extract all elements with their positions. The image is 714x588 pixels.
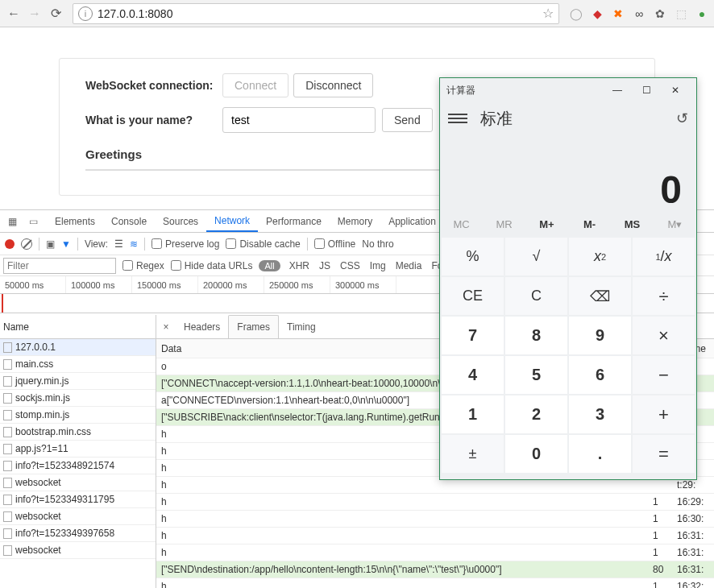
request-row[interactable]: app.js?1=11	[0, 441, 156, 458]
detail-tab-frames[interactable]: Frames	[228, 315, 279, 338]
calc-key-÷[interactable]: ÷	[633, 277, 695, 315]
name-column-header[interactable]: Name	[0, 315, 156, 339]
back-button[interactable]: ←	[5, 5, 23, 23]
calc-key-5[interactable]: 5	[505, 356, 567, 394]
detail-tab-timing[interactable]: Timing	[279, 315, 324, 338]
request-row[interactable]: websocket	[0, 474, 156, 491]
ext-icon-4[interactable]: ∞	[632, 6, 646, 21]
filter-type-css[interactable]: CSS	[338, 260, 363, 271]
history-icon[interactable]: ↺	[676, 110, 688, 127]
preserve-log-checkbox[interactable]: Preserve log	[152, 238, 219, 250]
filter-type-media[interactable]: Media	[393, 260, 425, 271]
minimize-button[interactable]: —	[603, 78, 632, 102]
request-row[interactable]: bootstrap.min.css	[0, 424, 156, 441]
address-bar[interactable]: i 127.0.0.1:8080 ☆	[73, 3, 559, 24]
calc-key-+[interactable]: +	[633, 395, 695, 433]
ext-icon-1[interactable]: ◯	[569, 6, 583, 21]
disable-cache-checkbox[interactable]: Disable cache	[226, 238, 300, 250]
ext-icon-7[interactable]: ●	[695, 6, 709, 21]
devtools-tab-application[interactable]: Application	[380, 210, 444, 232]
calc-key-6[interactable]: 6	[569, 356, 631, 394]
request-row[interactable]: websocket	[0, 542, 156, 559]
menu-icon[interactable]	[448, 114, 467, 123]
close-detail-icon[interactable]: ×	[156, 321, 176, 333]
frame-row[interactable]: h116:31:	[156, 528, 714, 545]
calc-key-=[interactable]: =	[633, 435, 695, 473]
calc-key-x²[interactable]: x2	[569, 238, 631, 275]
request-row[interactable]: info?t=1523349311795	[0, 491, 156, 508]
calc-key-×[interactable]: ×	[633, 317, 695, 354]
devtools-tab-memory[interactable]: Memory	[330, 210, 380, 232]
calc-key-C[interactable]: C	[505, 277, 567, 315]
filter-type-xhr[interactable]: XHR	[287, 260, 312, 271]
request-row[interactable]: info?t=1523349397658	[0, 525, 156, 542]
calc-key-7[interactable]: 7	[442, 317, 504, 354]
calc-key-.[interactable]: .	[569, 435, 631, 473]
name-input[interactable]	[222, 107, 376, 133]
devtools-tab-elements[interactable]: Elements	[47, 210, 103, 232]
frame-row[interactable]: h116:32:	[156, 578, 714, 588]
calc-key-4[interactable]: 4	[442, 356, 504, 394]
calc-key-9[interactable]: 9	[569, 317, 631, 354]
frame-row[interactable]: h116:30:	[156, 511, 714, 528]
calc-key-3[interactable]: 3	[569, 395, 631, 433]
calc-key-±[interactable]: ±	[442, 435, 504, 473]
clear-button[interactable]	[21, 238, 32, 250]
site-info-icon[interactable]: i	[78, 6, 93, 21]
calc-key-√[interactable]: √	[505, 238, 567, 275]
view-large-icon[interactable]: ☰	[114, 238, 123, 250]
detail-tab-headers[interactable]: Headers	[176, 315, 228, 338]
calc-titlebar[interactable]: 计算器 — ☐ ✕	[440, 78, 696, 102]
connect-button[interactable]: Connect	[222, 73, 289, 97]
calc-key-1[interactable]: 1	[442, 395, 504, 433]
throttle-select[interactable]: No thro	[362, 238, 393, 250]
view-waterfall-icon[interactable]: ≋	[130, 238, 138, 250]
filter-type-all[interactable]: All	[259, 260, 280, 271]
regex-checkbox[interactable]: Regex	[122, 260, 164, 271]
hide-dataurls-checkbox[interactable]: Hide data URLs	[171, 260, 253, 271]
ext-icon-6[interactable]: ⬚	[674, 6, 688, 21]
mem-m+[interactable]: M+	[525, 212, 568, 236]
request-row[interactable]: websocket	[0, 508, 156, 525]
ext-icon-2[interactable]: ◆	[590, 6, 604, 21]
filter-toggle-icon[interactable]: ▼	[61, 238, 71, 250]
calc-key-CE[interactable]: CE	[442, 277, 504, 315]
request-row[interactable]: info?t=1523348921574	[0, 458, 156, 474]
maximize-button[interactable]: ☐	[632, 78, 661, 102]
devtools-tab-console[interactable]: Console	[103, 210, 155, 232]
request-row[interactable]: jquery.min.js	[0, 373, 156, 390]
filter-input[interactable]	[3, 258, 116, 274]
calc-key-2[interactable]: 2	[505, 395, 567, 433]
filter-type-img[interactable]: Img	[367, 260, 388, 271]
devtools-tab-sources[interactable]: Sources	[155, 210, 206, 232]
ext-icon-3[interactable]: ✖	[611, 6, 625, 21]
record-button[interactable]	[5, 239, 15, 249]
frame-row[interactable]: h116:31:	[156, 545, 714, 561]
request-row[interactable]: stomp.min.js	[0, 407, 156, 424]
ext-icon-5[interactable]: ✿	[653, 6, 667, 21]
devtools-tab-performance[interactable]: Performance	[258, 210, 330, 232]
calc-key-¹⁄ₓ[interactable]: 1/x	[633, 238, 695, 275]
request-row[interactable]: main.css	[0, 356, 156, 373]
offline-checkbox[interactable]: Offline	[314, 238, 355, 250]
disconnect-button[interactable]: Disconnect	[293, 73, 373, 97]
request-row[interactable]: 127.0.0.1	[0, 339, 156, 356]
bookmark-star-icon[interactable]: ☆	[542, 6, 554, 21]
calc-key-8[interactable]: 8	[505, 317, 567, 354]
calc-key-−[interactable]: −	[633, 356, 695, 394]
inspect-icon[interactable]: ▦	[5, 214, 19, 229]
filter-type-js[interactable]: JS	[317, 260, 333, 271]
mem-m-[interactable]: M-	[568, 212, 611, 236]
mem-ms[interactable]: MS	[611, 212, 654, 236]
close-button[interactable]: ✕	[661, 78, 690, 102]
frame-row[interactable]: ["SEND\ndestination:/app/hello\ncontent-…	[156, 561, 714, 578]
request-row[interactable]: sockjs.min.js	[0, 390, 156, 407]
screenshot-icon[interactable]: ▣	[46, 238, 55, 250]
calc-key-%[interactable]: %	[442, 238, 504, 275]
reload-button[interactable]: ⟳	[47, 5, 64, 23]
calc-key-⌫[interactable]: ⌫	[569, 277, 631, 315]
frame-row[interactable]: h116:29:	[156, 494, 714, 511]
send-button[interactable]: Send	[382, 108, 433, 132]
device-toggle-icon[interactable]: ▭	[26, 214, 40, 229]
devtools-tab-network[interactable]: Network	[206, 210, 258, 232]
